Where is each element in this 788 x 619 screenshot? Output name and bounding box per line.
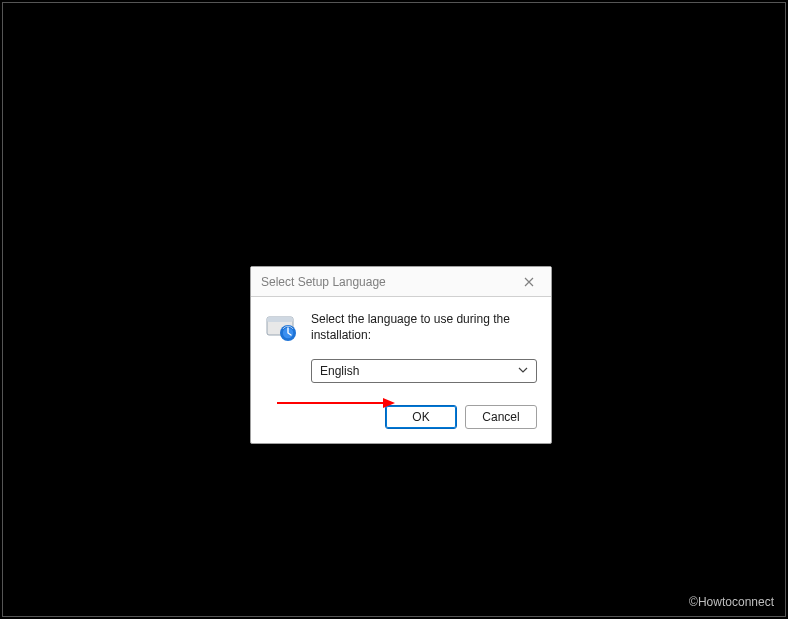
dialog-title: Select Setup Language <box>261 275 386 289</box>
watermark-text: ©Howtoconnect <box>689 595 774 609</box>
instruction-text: Select the language to use during the in… <box>311 311 537 345</box>
language-dropdown[interactable]: English <box>311 359 537 383</box>
cancel-button[interactable]: Cancel <box>465 405 537 429</box>
dialog-button-row: OK Cancel <box>251 397 551 443</box>
dialog-body: Select the language to use during the in… <box>251 297 551 351</box>
ok-button[interactable]: OK <box>385 405 457 429</box>
ok-button-label: OK <box>412 410 429 424</box>
titlebar: Select Setup Language <box>251 267 551 297</box>
close-button[interactable] <box>515 271 543 293</box>
svg-rect-1 <box>267 317 293 322</box>
language-selected-value: English <box>320 364 359 378</box>
setup-language-dialog: Select Setup Language Select the languag… <box>250 266 552 444</box>
chevron-down-icon <box>518 364 528 378</box>
setup-icon <box>265 311 299 345</box>
cancel-button-label: Cancel <box>482 410 519 424</box>
language-select-row: English <box>251 351 551 397</box>
close-icon <box>524 273 534 291</box>
